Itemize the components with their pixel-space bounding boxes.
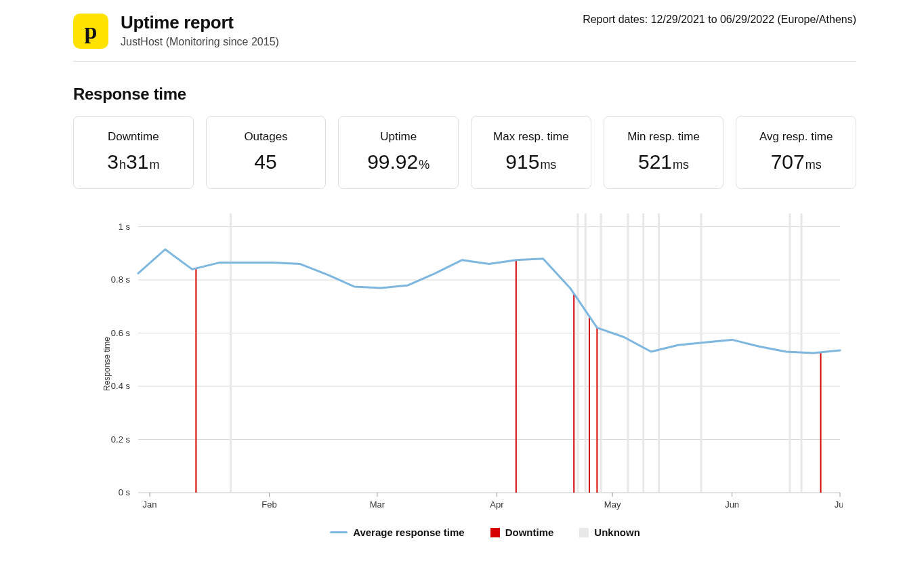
chart-legend: Average response time Downtime Unknown: [73, 527, 856, 538]
card-downtime: Downtime 3h31m: [73, 116, 194, 189]
svg-text:Jan: Jan: [143, 499, 157, 510]
svg-text:Mar: Mar: [370, 499, 385, 510]
page-subtitle: JustHost (Monitoring since 2015): [121, 36, 856, 48]
legend-label: Average response time: [353, 527, 465, 538]
box-swatch-icon: [490, 528, 500, 537]
chart-y-axis-label: Response time: [102, 337, 112, 391]
svg-rect-17: [642, 213, 644, 493]
svg-rect-12: [230, 213, 232, 493]
svg-text:Apr: Apr: [490, 499, 504, 510]
card-label: Min resp. time: [611, 130, 717, 144]
card-label: Downtime: [81, 130, 186, 144]
svg-text:0 s: 0 s: [119, 487, 131, 497]
card-label: Uptime: [345, 130, 451, 144]
svg-rect-20: [789, 213, 791, 493]
card-max-resp: Max resp. time 915ms: [471, 116, 591, 189]
card-value: 3h31m: [81, 150, 186, 173]
svg-rect-14: [585, 213, 587, 493]
svg-rect-19: [700, 213, 702, 493]
svg-text:0.4 s: 0.4 s: [111, 381, 131, 391]
svg-rect-15: [600, 213, 602, 493]
report-dates: Report dates: 12/29/2021 to 06/29/2022 (…: [583, 14, 856, 26]
response-time-chart: 0 s0.2 s0.4 s0.6 s0.8 s1 sJanFebMarAprMa…: [91, 208, 843, 520]
legend-label: Unknown: [594, 527, 640, 538]
card-value: 707ms: [743, 150, 849, 173]
stat-cards: Downtime 3h31m Outages 45 Uptime 99.92% …: [73, 116, 856, 189]
svg-text:Jul: Jul: [835, 499, 843, 510]
card-value: 521ms: [611, 150, 717, 173]
svg-text:Jun: Jun: [725, 499, 739, 510]
legend-downtime: Downtime: [490, 527, 554, 538]
legend-avg: Average response time: [330, 527, 465, 538]
card-value: 45: [213, 150, 319, 173]
svg-text:0.6 s: 0.6 s: [111, 328, 131, 338]
card-value: 915ms: [478, 150, 584, 173]
box-swatch-icon: [579, 528, 589, 537]
legend-unknown: Unknown: [579, 527, 640, 538]
card-uptime: Uptime 99.92%: [338, 116, 459, 189]
section-title: Response time: [73, 85, 856, 104]
card-outages: Outages 45: [206, 116, 327, 189]
legend-label: Downtime: [505, 527, 554, 538]
svg-text:Feb: Feb: [261, 499, 276, 510]
report-header: p Uptime report JustHost (Monitoring sin…: [73, 8, 856, 62]
svg-rect-13: [576, 213, 579, 493]
logo-icon: p: [73, 14, 108, 49]
svg-text:0.8 s: 0.8 s: [111, 274, 131, 285]
card-min-resp: Min resp. time 521ms: [604, 116, 724, 189]
card-value: 99.92%: [345, 150, 451, 173]
svg-rect-18: [658, 213, 660, 493]
card-label: Outages: [213, 130, 319, 144]
card-avg-resp: Avg resp. time 707ms: [736, 116, 856, 189]
chart-area: Response time 0 s0.2 s0.4 s0.6 s0.8 s1 s…: [91, 208, 856, 520]
card-label: Max resp. time: [478, 130, 584, 144]
svg-text:May: May: [604, 499, 621, 510]
svg-text:0.2 s: 0.2 s: [111, 434, 131, 445]
svg-text:1 s: 1 s: [119, 222, 131, 232]
card-label: Avg resp. time: [743, 130, 849, 144]
line-swatch-icon: [330, 531, 348, 533]
svg-rect-16: [627, 213, 629, 493]
